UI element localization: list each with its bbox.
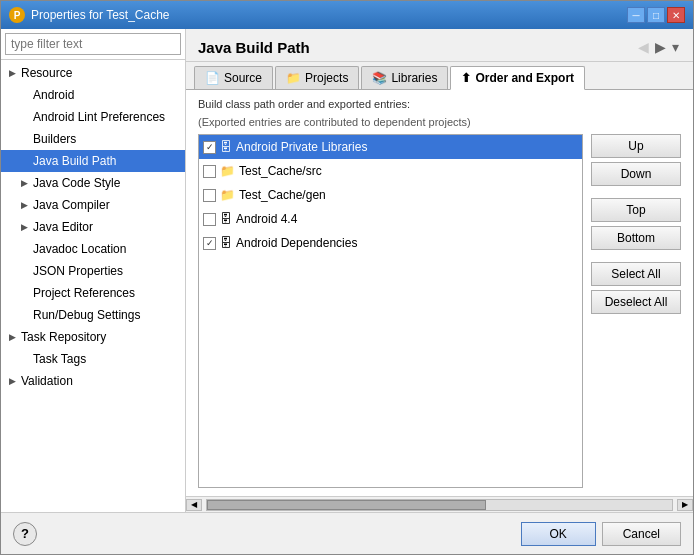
scroll-thumb[interactable]	[207, 500, 486, 510]
tab-source[interactable]: 📄 Source	[194, 66, 273, 89]
folder-icon-2: 📁	[220, 185, 235, 205]
nav-dropdown-button[interactable]: ▾	[670, 37, 681, 57]
checkbox-android-44[interactable]	[203, 213, 216, 226]
minimize-button[interactable]: ─	[627, 7, 645, 23]
sidebar-item-task-repository[interactable]: ▶ Task Repository	[1, 326, 185, 348]
projects-tab-icon: 📁	[286, 71, 301, 85]
sidebar-item-java-code-style[interactable]: ▶ Java Code Style	[1, 172, 185, 194]
jar-icon-0: 🗄	[220, 137, 232, 157]
panel-body: Build class path order and exported entr…	[186, 90, 693, 496]
tab-order-export[interactable]: ⬆ Order and Export	[450, 66, 585, 90]
list-item-android-44[interactable]: 🗄 Android 4.4	[199, 207, 582, 231]
entries-list[interactable]: 🗄 Android Private Libraries 📁 Test_Cache…	[198, 134, 583, 488]
panel-middle: 🗄 Android Private Libraries 📁 Test_Cache…	[198, 134, 681, 488]
sidebar-item-java-compiler[interactable]: ▶ Java Compiler	[1, 194, 185, 216]
deselect-all-button[interactable]: Deselect All	[591, 290, 681, 314]
folder-icon-1: 📁	[220, 161, 235, 181]
tab-source-label: Source	[224, 71, 262, 85]
tab-libraries-label: Libraries	[391, 71, 437, 85]
sidebar-item-run-debug-settings[interactable]: Run/Debug Settings	[1, 304, 185, 326]
sidebar-item-resource[interactable]: ▶ Resource	[1, 62, 185, 84]
panel-description: Build class path order and exported entr…	[198, 98, 681, 110]
select-all-button[interactable]: Select All	[591, 262, 681, 286]
title-buttons: ─ □ ✕	[627, 7, 685, 23]
back-button[interactable]: ◀	[636, 37, 651, 57]
tab-order-export-label: Order and Export	[475, 71, 574, 85]
order-export-tab-icon: ⬆	[461, 71, 471, 85]
right-panel: Java Build Path ◀ ▶ ▾ 📄 Source 📁 Project…	[186, 29, 693, 512]
sidebar-item-android-lint[interactable]: Android Lint Preferences	[1, 106, 185, 128]
filter-box	[1, 29, 185, 60]
sidebar-item-json-properties[interactable]: JSON Properties	[1, 260, 185, 282]
window-title: Properties for Test_Cache	[31, 8, 170, 22]
libraries-tab-icon: 📚	[372, 71, 387, 85]
sidebar-item-project-references[interactable]: Project References	[1, 282, 185, 304]
tabs-bar: 📄 Source 📁 Projects 📚 Libraries ⬆ Order …	[186, 62, 693, 90]
scroll-track[interactable]	[206, 499, 673, 511]
panel-title: Java Build Path	[198, 39, 310, 56]
panel-header: Java Build Path ◀ ▶ ▾	[186, 29, 693, 62]
title-bar-left: P Properties for Test_Cache	[9, 7, 170, 23]
sidebar-item-builders[interactable]: Builders	[1, 128, 185, 150]
tab-projects[interactable]: 📁 Projects	[275, 66, 359, 89]
bottom-button[interactable]: Bottom	[591, 226, 681, 250]
sidebar-item-validation[interactable]: ▶ Validation	[1, 370, 185, 392]
tab-projects-label: Projects	[305, 71, 348, 85]
maximize-button[interactable]: □	[647, 7, 665, 23]
list-item-test-cache-src[interactable]: 📁 Test_Cache/src	[199, 159, 582, 183]
checkbox-test-cache-src[interactable]	[203, 165, 216, 178]
bottom-bar: ? OK Cancel	[1, 512, 693, 554]
sidebar-item-javadoc-location[interactable]: Javadoc Location	[1, 238, 185, 260]
sidebar-item-java-build-path[interactable]: Java Build Path	[1, 150, 185, 172]
forward-button[interactable]: ▶	[653, 37, 668, 57]
list-item-android-private-libs[interactable]: 🗄 Android Private Libraries	[199, 135, 582, 159]
properties-dialog: P Properties for Test_Cache ─ □ ✕ ▶ Reso…	[0, 0, 694, 555]
expand-icon: ▶	[9, 64, 21, 82]
down-button[interactable]: Down	[591, 162, 681, 186]
panel-description-sub: (Exported entries are contributed to dep…	[198, 116, 681, 128]
checkbox-android-dependencies[interactable]	[203, 237, 216, 250]
sidebar-item-android[interactable]: Android	[1, 84, 185, 106]
up-button[interactable]: Up	[591, 134, 681, 158]
tab-libraries[interactable]: 📚 Libraries	[361, 66, 448, 89]
jar-icon-3: 🗄	[220, 209, 232, 229]
sidebar-item-java-editor[interactable]: ▶ Java Editor	[1, 216, 185, 238]
nav-arrows: ◀ ▶ ▾	[636, 37, 681, 57]
main-content: ▶ Resource Android Android Lint Preferen…	[1, 29, 693, 512]
scroll-right-button[interactable]: ▶	[677, 499, 693, 511]
scroll-left-button[interactable]: ◀	[186, 499, 202, 511]
horizontal-scrollbar[interactable]: ◀ ▶	[186, 496, 693, 512]
close-button[interactable]: ✕	[667, 7, 685, 23]
side-buttons: Up Down Top Bottom Select All Deselect A…	[591, 134, 681, 488]
dialog-action-buttons: OK Cancel	[521, 522, 681, 546]
list-item-test-cache-gen[interactable]: 📁 Test_Cache/gen	[199, 183, 582, 207]
ok-button[interactable]: OK	[521, 522, 596, 546]
filter-input[interactable]	[5, 33, 181, 55]
top-button[interactable]: Top	[591, 198, 681, 222]
window-icon: P	[9, 7, 25, 23]
list-item-android-dependencies[interactable]: 🗄 Android Dependencies	[199, 231, 582, 255]
jar-icon-4: 🗄	[220, 233, 232, 253]
title-bar: P Properties for Test_Cache ─ □ ✕	[1, 1, 693, 29]
checkbox-test-cache-gen[interactable]	[203, 189, 216, 202]
sidebar: ▶ Resource Android Android Lint Preferen…	[1, 29, 186, 512]
sidebar-item-task-tags[interactable]: Task Tags	[1, 348, 185, 370]
cancel-button[interactable]: Cancel	[602, 522, 681, 546]
sidebar-tree: ▶ Resource Android Android Lint Preferen…	[1, 60, 185, 512]
checkbox-android-private-libs[interactable]	[203, 141, 216, 154]
source-tab-icon: 📄	[205, 71, 220, 85]
help-button[interactable]: ?	[13, 522, 37, 546]
